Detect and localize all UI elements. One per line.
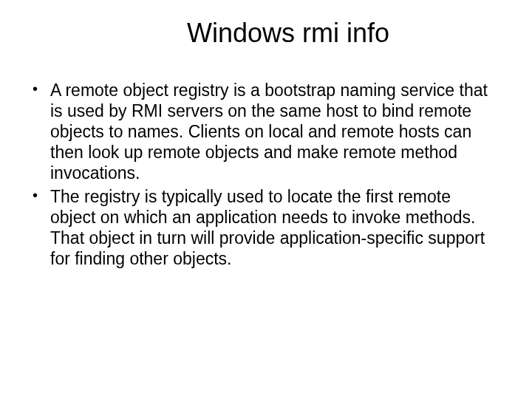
bullet-list: A remote object registry is a bootstrap … <box>30 80 502 269</box>
slide-title: Windows rmi info <box>30 18 502 49</box>
slide: Windows rmi info A remote object registr… <box>0 0 532 399</box>
list-item: A remote object registry is a bootstrap … <box>30 80 495 183</box>
list-item: The registry is typically used to locate… <box>30 186 495 269</box>
